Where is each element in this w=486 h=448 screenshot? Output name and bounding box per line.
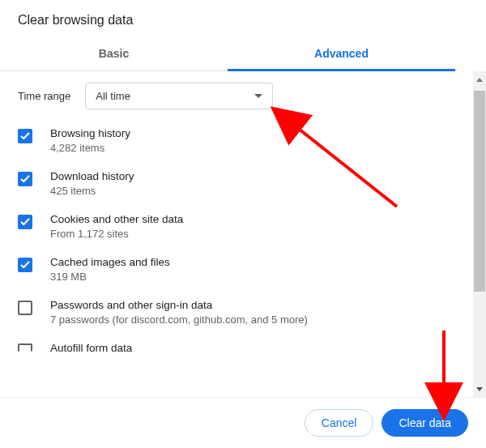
checkbox-passwords[interactable] bbox=[18, 301, 32, 315]
item-title: Cookies and other site data bbox=[50, 213, 183, 225]
scrollbar-track[interactable] bbox=[473, 71, 486, 397]
checkbox-cookies[interactable] bbox=[18, 215, 32, 229]
list-item: Autofill form data bbox=[18, 342, 468, 354]
list-item: Passwords and other sign-in data 7 passw… bbox=[18, 299, 468, 326]
dialog-title: Clear browsing data bbox=[0, 0, 486, 37]
chevron-down-icon bbox=[254, 94, 262, 98]
dialog-footer: Cancel Clear data bbox=[0, 398, 486, 448]
checkbox-browsing-history[interactable] bbox=[18, 129, 32, 143]
time-range-row: Time range All time bbox=[18, 83, 468, 109]
scroll-up-icon[interactable] bbox=[473, 73, 486, 86]
item-title: Passwords and other sign-in data bbox=[50, 299, 308, 311]
item-title: Download history bbox=[50, 170, 134, 182]
list-item: Browsing history 4,282 items bbox=[18, 127, 468, 154]
item-title: Autofill form data bbox=[50, 342, 132, 354]
scroll-down-icon[interactable] bbox=[473, 382, 486, 395]
clear-data-button[interactable]: Clear data bbox=[382, 409, 468, 437]
item-sub: 425 items bbox=[50, 185, 134, 197]
item-title: Browsing history bbox=[50, 127, 130, 139]
item-sub: From 1,172 sites bbox=[50, 228, 183, 240]
scroll-area: Time range All time Browsing history 4,2… bbox=[0, 71, 486, 398]
tab-basic[interactable]: Basic bbox=[0, 37, 228, 70]
item-sub: 319 MB bbox=[50, 271, 170, 283]
time-range-label: Time range bbox=[18, 90, 70, 102]
cancel-button[interactable]: Cancel bbox=[305, 409, 374, 437]
list-item: Cached images and files 319 MB bbox=[18, 256, 468, 283]
item-sub: 4,282 items bbox=[50, 142, 130, 154]
item-title: Cached images and files bbox=[50, 256, 170, 268]
checkbox-cache[interactable] bbox=[18, 258, 32, 272]
list-item: Cookies and other site data From 1,172 s… bbox=[18, 213, 468, 240]
list-item: Download history 425 items bbox=[18, 170, 468, 197]
tabs: Basic Advanced bbox=[0, 37, 455, 71]
checkbox-download-history[interactable] bbox=[18, 172, 32, 186]
time-range-select[interactable]: All time bbox=[85, 83, 273, 109]
clear-browsing-data-dialog: Clear browsing data Basic Advanced Time … bbox=[0, 0, 486, 448]
scrollbar-thumb[interactable] bbox=[474, 91, 485, 292]
tab-advanced[interactable]: Advanced bbox=[228, 37, 455, 70]
checkbox-autofill[interactable] bbox=[18, 343, 32, 352]
content: Time range All time Browsing history 4,2… bbox=[0, 71, 486, 354]
time-range-value: All time bbox=[96, 90, 130, 102]
item-sub: 7 passwords (for discord.com, github.com… bbox=[50, 314, 308, 326]
